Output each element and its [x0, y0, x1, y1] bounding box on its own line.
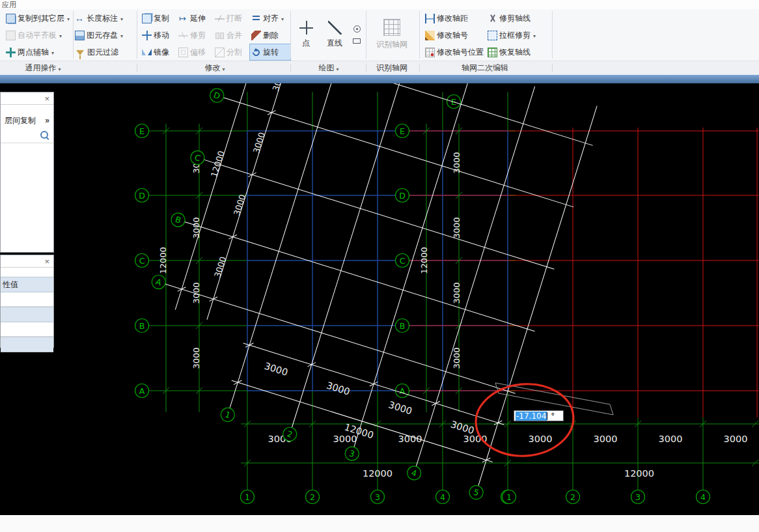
group-separator — [366, 11, 366, 59]
offset-button[interactable]: 偏移 — [176, 44, 213, 61]
group-label-axis-edit[interactable]: 轴网二次编辑 — [423, 61, 547, 75]
label-separator — [419, 64, 420, 72]
property-row[interactable] — [1, 322, 53, 337]
button-label: 图元过滤 — [87, 47, 118, 58]
label-separator — [137, 64, 137, 72]
align-button[interactable]: 对齐 — [249, 10, 291, 27]
button-label: 修改轴号 — [437, 30, 468, 41]
align-slab-icon — [6, 31, 16, 40]
ribbon-bottom-bar — [0, 75, 759, 83]
button-label: 修剪轴线 — [499, 13, 531, 24]
dimension-label: 12000 — [419, 247, 429, 273]
aux-axis-icon — [6, 48, 16, 57]
ribbon-group-draw: 点 直线 — [293, 10, 363, 59]
property-header-label: 性值 — [3, 279, 18, 290]
trim-icon — [178, 31, 188, 40]
element-filter-button[interactable]: 图元过滤 — [73, 44, 134, 61]
line-icon — [328, 21, 342, 35]
group-label-general[interactable]: 通用操作 — [4, 61, 82, 75]
button-label: 合并 — [227, 30, 242, 41]
chevron-down-icon — [120, 31, 123, 40]
search-icon[interactable] — [40, 131, 48, 139]
cad-drawing-area[interactable]: E D C B A 1 2 3 4 5 3000 3000 3000 3000 … — [0, 83, 759, 515]
split-button[interactable]: 分割 — [213, 44, 249, 61]
two-point-aux-axis-button[interactable]: 两点辅轴 — [4, 44, 73, 61]
restore-axis-button[interactable]: 恢复轴线 — [486, 44, 551, 61]
cad-canvas[interactable]: E D C B A 1 2 3 4 5 3000 3000 3000 3000 … — [0, 83, 759, 515]
mirror-button[interactable]: 镜像 — [140, 44, 176, 61]
rotate-button[interactable]: 旋转 — [249, 44, 291, 61]
merge-button[interactable]: 合并 — [213, 27, 249, 44]
group-label-draw[interactable]: 绘图 — [293, 61, 365, 75]
trim-axis-button[interactable]: 修剪轴线 — [486, 10, 551, 27]
text-caret — [547, 412, 547, 420]
chevron-down-icon — [66, 14, 70, 23]
trim-button[interactable]: 修剪 — [176, 27, 213, 44]
button-label: 延伸 — [190, 13, 206, 24]
copy-button[interactable]: 复制 — [140, 10, 176, 27]
modify-axis-number-button[interactable]: 修改轴号 — [423, 27, 486, 44]
modify-axis-spacing-button[interactable]: 修改轴距 — [423, 10, 486, 27]
group-separator — [419, 11, 420, 59]
group-label-modify[interactable]: 修改 — [140, 61, 290, 75]
extend-icon — [178, 14, 188, 23]
property-row[interactable]: 性值 — [1, 277, 53, 292]
button-label: 移动 — [154, 30, 169, 41]
copy-layers-icon — [6, 14, 16, 23]
property-row[interactable] — [1, 292, 53, 307]
ribbon-group-modify: 复制 移动 镜像 延伸 修剪 偏移 打断 合并 — [140, 10, 291, 61]
property-row[interactable] — [1, 337, 53, 352]
auto-align-slab-button[interactable]: 自动平齐板 — [4, 27, 73, 44]
element-save-button[interactable]: 图元存盘 — [73, 27, 134, 44]
delete-button[interactable]: 删除 — [249, 27, 291, 44]
label-separator — [366, 64, 366, 72]
recognize-axis-button[interactable]: 识别轴网 — [370, 10, 414, 59]
axis-bubble-label: 2 — [570, 492, 575, 502]
axis-spacing-icon — [425, 14, 435, 23]
align-icon — [251, 14, 261, 23]
copy-to-other-layers-button[interactable]: 复制到其它层 — [4, 10, 73, 27]
box-trim-icon — [488, 31, 497, 40]
chevron-down-icon — [51, 48, 54, 57]
menu-item-apply[interactable]: 应用 — [2, 0, 16, 10]
chevron-down-icon — [532, 31, 536, 40]
extend-button[interactable]: 延伸 — [176, 10, 213, 27]
rectangle-tool-icon[interactable] — [353, 38, 361, 44]
button-label: 复制到其它层 — [18, 13, 64, 24]
mirror-icon — [142, 48, 152, 57]
button-label: 图元存盘 — [87, 30, 118, 41]
button-label: 拉框修剪 — [499, 30, 531, 41]
button-label: 镜像 — [154, 47, 169, 58]
offset-icon — [178, 48, 188, 57]
close-icon[interactable]: × — [44, 94, 49, 103]
group-label-text: 轴网二次编辑 — [462, 63, 508, 74]
modify-axis-number-pos-button[interactable]: 修改轴号位置 — [423, 44, 486, 61]
line-tool-button[interactable]: 直线 — [322, 10, 348, 59]
merge-icon — [215, 31, 225, 40]
ribbon: 复制到其它层 自动平齐板 两点辅轴 长度标注 图元存盘 图元过滤 — [0, 9, 759, 61]
group-label-recognize[interactable]: 识别轴网 — [370, 61, 414, 75]
red-grid[interactable] — [409, 128, 759, 417]
axis-bubble-label: 3 — [635, 492, 641, 502]
panel-header: × — [1, 92, 53, 105]
dimension-label: 3000 — [452, 347, 462, 369]
length-annotation-button[interactable]: 长度标注 — [73, 10, 134, 27]
break-button[interactable]: 打断 — [213, 10, 249, 27]
box-trim-button[interactable]: 拉框修剪 — [486, 27, 551, 44]
close-icon[interactable]: × — [44, 257, 49, 266]
panel-title-row: 层间复制 » — [1, 114, 53, 127]
dimension-label: 3000 — [452, 217, 462, 238]
label-separator — [552, 64, 553, 72]
expand-icon[interactable]: » — [45, 116, 49, 125]
axis-bubble-label: B — [400, 321, 406, 331]
move-button[interactable]: 移动 — [140, 27, 176, 44]
point-tool-button[interactable]: 点 — [293, 10, 319, 59]
group-separator — [137, 11, 137, 59]
property-row[interactable] — [1, 307, 53, 322]
rotation-angle-input[interactable]: -17.104 ° — [514, 410, 564, 421]
chevron-down-icon — [335, 64, 338, 73]
group-label-text: 通用操作 — [25, 63, 56, 74]
rotate-icon — [251, 47, 262, 57]
circle-tool-icon[interactable] — [353, 25, 361, 33]
restore-axis-icon — [488, 48, 497, 57]
